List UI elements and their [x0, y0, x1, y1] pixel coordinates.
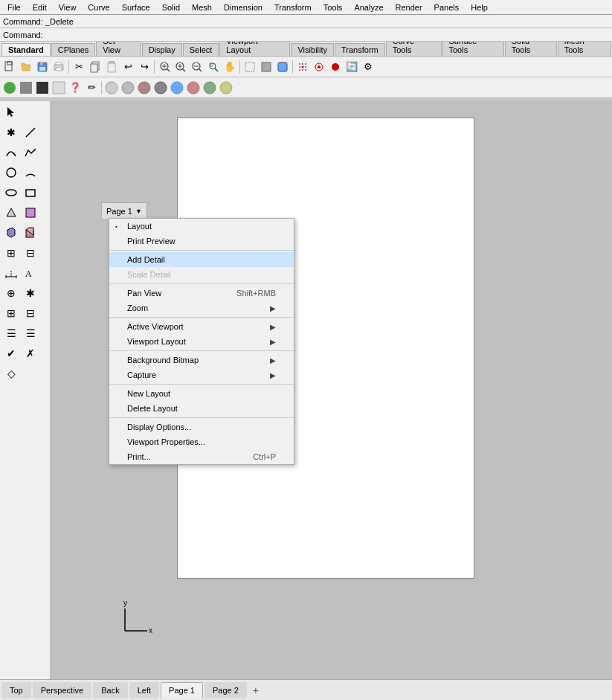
tab-cplanes[interactable]: CPlanes [51, 43, 96, 56]
surface-tool[interactable] [1, 203, 21, 222]
transform-tool[interactable]: ⊕ [1, 283, 21, 303]
snap-button[interactable] [311, 59, 327, 75]
layer-btn-1[interactable] [1, 80, 18, 96]
ctx-capture[interactable]: Capture ▶ [109, 367, 294, 382]
menu-dimension[interactable]: Dimension [218, 1, 268, 13]
tab-setview[interactable]: Set View [96, 42, 141, 56]
menu-surface[interactable]: Surface [116, 1, 156, 13]
material-btn-3[interactable] [136, 80, 152, 96]
menu-render[interactable]: Render [390, 1, 428, 13]
diamond-tool[interactable]: ◇ [1, 364, 21, 383]
ctx-print-preview[interactable]: Print Preview [109, 234, 294, 248]
material-btn-1[interactable] [103, 80, 120, 96]
shaded-button[interactable] [258, 59, 274, 75]
ctx-viewport-properties[interactable]: Viewport Properties... [109, 434, 294, 449]
material-btn-5[interactable] [169, 80, 185, 96]
solid-tool[interactable] [1, 223, 21, 243]
view-tab-page1[interactable]: Page 1 [161, 682, 203, 699]
menu-panels[interactable]: Panels [428, 1, 466, 13]
record-button[interactable] [327, 59, 344, 75]
ctx-display-options[interactable]: Display Options... [109, 420, 294, 434]
tab-display[interactable]: Display [142, 43, 182, 56]
undo-button[interactable]: ↩ [120, 59, 136, 75]
material-btn-2[interactable] [120, 80, 136, 96]
wireframe-button[interactable] [242, 59, 258, 75]
arc-tool[interactable] [21, 163, 40, 182]
copy-button[interactable] [87, 59, 103, 75]
ctx-zoom[interactable]: Zoom ▶ [109, 301, 294, 315]
tab-surface-tools[interactable]: Surface Tools [442, 42, 504, 56]
dim-tool[interactable] [1, 263, 21, 283]
open-button[interactable] [18, 59, 34, 75]
menu-analyze[interactable]: Analyze [348, 1, 389, 13]
mesh2-tool[interactable]: ⊟ [21, 243, 40, 263]
ctx-delete-layout[interactable]: Delete Layout [109, 401, 294, 416]
tab-standard[interactable]: Standard [1, 43, 51, 56]
view-tab-top[interactable]: Top [1, 682, 31, 699]
zoom-in-button[interactable] [173, 59, 189, 75]
curve-tool[interactable] [1, 143, 21, 162]
zoom-extent-button[interactable] [156, 59, 173, 75]
view-tab-left[interactable]: Left [129, 682, 159, 699]
ctx-print[interactable]: Print... Ctrl+P [109, 449, 294, 464]
ctx-pan-view[interactable]: Pan View Shift+RMB [109, 286, 294, 301]
ellipse-tool[interactable] [1, 183, 21, 202]
command-input[interactable] [45, 30, 194, 39]
grid2-tool[interactable]: ⊟ [21, 304, 40, 323]
view-tab-page2[interactable]: Page 2 [204, 682, 247, 699]
edit-layer-btn[interactable]: ✏ [83, 80, 100, 96]
new-button[interactable] [1, 59, 18, 75]
circle-tool[interactable] [1, 163, 21, 182]
page-tab-dropdown-arrow[interactable]: ▼ [135, 208, 142, 215]
cut-button[interactable]: ✂ [71, 59, 87, 75]
tab-select[interactable]: Select [183, 43, 219, 56]
paste-button[interactable] [103, 59, 120, 75]
ctx-add-detail[interactable]: Add Detail [109, 252, 294, 267]
help-btn[interactable]: ❓ [67, 80, 83, 96]
menu-mesh[interactable]: Mesh [186, 1, 218, 13]
page-tab[interactable]: Page 1 ▼ [101, 202, 147, 219]
list2-tool[interactable]: ☰ [21, 324, 40, 343]
check-tool[interactable]: ✔ [1, 344, 21, 363]
view-tab-back[interactable]: Back [93, 682, 127, 699]
layer-btn-4[interactable] [51, 80, 67, 96]
solid2-tool[interactable] [21, 223, 40, 243]
cross-tool[interactable]: ✗ [21, 344, 40, 363]
menu-help[interactable]: Help [465, 1, 494, 13]
zoom-window-button[interactable] [205, 59, 222, 75]
menu-transform[interactable]: Transform [268, 1, 318, 13]
ctx-viewport-layout[interactable]: Viewport Layout ▶ [109, 334, 294, 349]
transform2-tool[interactable]: ✱ [21, 283, 40, 303]
mesh-tool[interactable]: ⊞ [1, 243, 21, 263]
material-btn-4[interactable] [152, 80, 169, 96]
point-tool[interactable]: ✱ [1, 123, 21, 142]
tab-transform[interactable]: Transform [335, 43, 385, 56]
tab-visibility[interactable]: Visibility [291, 43, 334, 56]
layer-btn-3[interactable] [34, 80, 51, 96]
save-button[interactable] [34, 59, 51, 75]
rotate-button[interactable]: 🔄 [344, 59, 360, 75]
material-btn-8[interactable] [218, 80, 234, 96]
tab-solid-tools[interactable]: Solid Tools [505, 42, 557, 56]
menu-edit[interactable]: Edit [27, 1, 53, 13]
polyline-tool[interactable] [21, 143, 40, 162]
grid-tool[interactable]: ⊞ [1, 304, 21, 323]
pan-button[interactable]: ✋ [222, 59, 238, 75]
layer-btn-2[interactable] [18, 80, 34, 96]
tab-mesh-tools[interactable]: Mesh Tools [558, 42, 611, 56]
menu-solid[interactable]: Solid [156, 1, 186, 13]
tab-viewport-layout[interactable]: Viewport Layout [219, 42, 290, 56]
print-button[interactable] [51, 59, 67, 75]
line-tool[interactable] [21, 123, 40, 142]
material-btn-7[interactable] [202, 80, 218, 96]
menu-view[interactable]: View [53, 1, 83, 13]
ctx-active-viewport[interactable]: Active Viewport ▶ [109, 319, 294, 334]
material-btn-6[interactable] [185, 80, 202, 96]
tab-curve-tools[interactable]: Curve Tools [386, 42, 442, 56]
menu-tools[interactable]: Tools [318, 1, 349, 13]
list-tool[interactable]: ☰ [1, 324, 21, 343]
redo-button[interactable]: ↪ [136, 59, 152, 75]
rectangle-tool[interactable] [21, 183, 40, 202]
ctx-layout[interactable]: • Layout [109, 219, 294, 234]
menu-file[interactable]: File [1, 1, 27, 13]
